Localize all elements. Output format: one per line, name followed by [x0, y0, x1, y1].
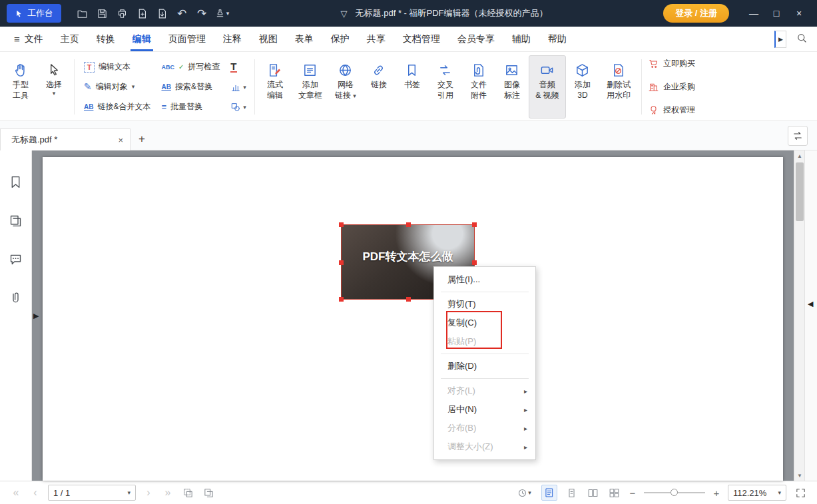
file-attachment-button[interactable]: 文件 附件 [462, 55, 495, 119]
edit-text-button[interactable]: T 编辑文本 [79, 57, 155, 77]
snapshot-icon[interactable] [180, 485, 195, 500]
scrollbar-thumb[interactable] [796, 162, 804, 221]
collapse-ribbon-icon[interactable]: ▽ [341, 9, 348, 19]
search-icon[interactable] [796, 32, 808, 47]
context-menu-item-properties[interactable]: 属性(I)... [434, 270, 535, 289]
add-text-button[interactable]: T [227, 59, 250, 75]
previous-page-button[interactable]: ‹ [29, 487, 42, 499]
audio-video-button[interactable]: 音频 & 视频 [529, 55, 566, 119]
menu-tab-form[interactable]: 表单 [286, 27, 322, 51]
hand-tool-button[interactable]: 手型 工具 [4, 55, 37, 119]
clipboard-pages-icon[interactable] [201, 485, 216, 500]
add-shape-button[interactable]: ▾ [227, 99, 250, 115]
zoom-slider-thumb[interactable] [671, 489, 678, 496]
maximize-button[interactable]: □ [765, 4, 788, 23]
add-article-box-button[interactable]: 添加 文章框 [292, 55, 329, 119]
first-page-button[interactable]: « [9, 487, 23, 499]
edit-object-button[interactable]: ✎ 编辑对象 ▾ [79, 77, 155, 97]
undo-icon[interactable]: ↶ [172, 4, 192, 23]
scroll-up-button[interactable]: ▲ [794, 150, 805, 161]
web-link-button[interactable]: 网络 链接 ▾ [329, 55, 362, 119]
flow-edit-button[interactable]: 流式 编辑 [258, 55, 292, 119]
add-3d-button[interactable]: 添加 3D [566, 55, 599, 119]
selection-handle[interactable] [339, 260, 344, 265]
menu-tab-share[interactable]: 共享 [358, 27, 394, 51]
context-menu-item-cut[interactable]: 剪切(T) [434, 295, 535, 314]
context-menu-item-center[interactable]: 居中(N)▸ [434, 400, 535, 419]
open-file-icon[interactable] [72, 4, 92, 23]
panel-expand-handle[interactable]: ▶ [33, 312, 39, 320]
document-canvas[interactable]: PDF转文本怎么做 属性(I)... 剪切(T) 复制(C) 粘贴(P) 删除(… [32, 150, 794, 481]
context-menu-item-copy[interactable]: 复制(C) [434, 314, 535, 332]
four-page-view-icon[interactable] [607, 485, 621, 500]
menu-tab-edit[interactable]: 编辑 [124, 27, 160, 51]
document-tab[interactable]: 无标题.pdf * × [0, 128, 131, 150]
redo-icon[interactable]: ↷ [192, 4, 212, 23]
right-panel-collapse-handle[interactable]: ◀ [808, 300, 813, 308]
selection-handle[interactable] [406, 222, 411, 227]
login-register-button[interactable]: 登录 / 注册 [663, 4, 729, 23]
single-page-view-icon[interactable] [564, 485, 579, 500]
menu-tab-member[interactable]: 会员专享 [449, 27, 503, 51]
zoom-in-button[interactable]: + [712, 487, 721, 499]
close-button[interactable]: × [788, 4, 810, 23]
search-replace-button[interactable]: AB 搜索&替换 [156, 77, 224, 97]
reading-mode-button[interactable] [541, 485, 557, 501]
save-icon[interactable] [92, 4, 112, 23]
selection-handle[interactable] [472, 222, 477, 227]
menu-tab-accessibility[interactable]: 辅助 [503, 27, 539, 51]
minimize-button[interactable]: — [742, 4, 765, 23]
menu-tab-protect[interactable]: 保护 [322, 27, 358, 51]
print-icon[interactable] [112, 4, 132, 23]
ribbon-expand-button[interactable]: ▶ [774, 31, 786, 48]
attachments-panel-button[interactable] [9, 290, 23, 305]
bookmark-button[interactable]: 书签 [396, 55, 429, 119]
link-button[interactable]: 链接 [362, 55, 396, 119]
selection-handle[interactable] [406, 297, 411, 302]
menu-tab-convert[interactable]: 转换 [88, 27, 124, 51]
selection-handle[interactable] [339, 222, 344, 227]
create-pdf-icon[interactable] [132, 4, 152, 23]
last-page-button[interactable]: » [161, 487, 174, 499]
selection-handle[interactable] [339, 297, 344, 302]
spell-check-button[interactable]: ABC ✓ 拼写检查 [156, 57, 224, 77]
bookmarks-panel-button[interactable] [9, 174, 23, 189]
vertical-scrollbar[interactable]: ▲ ▼ [794, 150, 804, 481]
quick-tool-icon[interactable]: ▾ [212, 4, 232, 23]
image-annotation-button[interactable]: 图像 标注 [495, 55, 529, 119]
zoom-out-button[interactable]: − [628, 487, 637, 499]
page-thumbnails-panel-button[interactable] [9, 213, 23, 228]
next-page-button[interactable]: › [142, 487, 155, 499]
fullscreen-button[interactable] [793, 485, 808, 500]
comments-panel-button[interactable] [9, 252, 23, 266]
zoom-slider[interactable] [644, 486, 705, 499]
menu-tab-page-manage[interactable]: 页面管理 [160, 27, 214, 51]
menu-tab-home[interactable]: 主页 [52, 27, 88, 51]
license-manage-button[interactable]: 授权管理 [648, 105, 695, 116]
auto-scroll-icon[interactable]: ▾ [513, 485, 535, 500]
link-merge-text-button[interactable]: AB 链接&合并文本 [79, 97, 155, 117]
buy-now-button[interactable]: 立即购买 [648, 58, 695, 69]
zoom-level-select[interactable]: 112.21% ▾ [728, 485, 786, 501]
add-file-icon[interactable] [152, 4, 172, 23]
select-tool-button[interactable]: 选择 ▾ [37, 55, 71, 119]
menu-tab-file[interactable]: ≡ 文件 [5, 27, 52, 51]
pdf-page[interactable] [43, 157, 783, 481]
cross-reference-button[interactable]: 交叉 引用 [429, 55, 462, 119]
menu-tab-comment[interactable]: 注释 [214, 27, 250, 51]
remove-trial-watermark-button[interactable]: 删除试 用水印 [599, 55, 638, 119]
two-page-view-icon[interactable] [585, 485, 600, 500]
enterprise-purchase-button[interactable]: 企业采购 [648, 81, 695, 93]
new-tab-button[interactable]: + [131, 128, 153, 150]
batch-replace-button[interactable]: ≡ 批量替换 [156, 97, 224, 117]
workspace-button[interactable]: 工作台 [7, 4, 61, 23]
menu-tab-help[interactable]: 帮助 [539, 27, 575, 51]
page-number-select[interactable]: 1 / 1 ▾ [48, 485, 136, 501]
add-chart-button[interactable]: ▾ [227, 79, 250, 95]
tab-switch-button[interactable] [788, 126, 808, 146]
menu-tab-view[interactable]: 视图 [250, 27, 286, 51]
selection-handle[interactable] [472, 260, 477, 265]
menu-tab-doc-manage[interactable]: 文档管理 [394, 27, 449, 51]
scroll-down-button[interactable]: ▼ [794, 470, 805, 481]
context-menu-item-delete[interactable]: 删除(D) [434, 357, 535, 376]
